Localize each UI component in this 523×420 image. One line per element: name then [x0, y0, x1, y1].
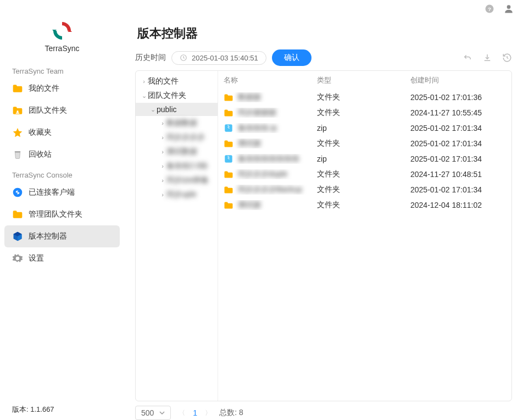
brand: TerraSync [4, 18, 120, 62]
download-icon[interactable] [482, 53, 492, 63]
col-type-header[interactable]: 类型 [317, 75, 410, 85]
file-header: 名称 类型 创建时间 [218, 71, 511, 90]
page-current[interactable]: 1 [193, 408, 197, 417]
gear-icon [12, 253, 23, 264]
nav-item-trash[interactable]: 回收站 [4, 143, 120, 165]
tree-label: 同步步步步 [166, 132, 205, 142]
section-label: TerraSync Team [4, 62, 120, 78]
nav-item-favorites[interactable]: 收藏夹 [4, 121, 120, 143]
folder-icon [12, 209, 23, 220]
tree-label: 数据数据 [166, 118, 197, 128]
file-type: zip [317, 124, 410, 132]
file-row[interactable]: 同步步步duple文件夹2024-11-27 10:48:51 [218, 167, 511, 182]
chevron-icon: › [140, 78, 148, 85]
total-count: 总数: 8 [219, 408, 243, 418]
chevron-down-icon [159, 410, 165, 416]
sidebar: TerraSync TerraSync Team我的文件团队文件夹收藏夹回收站T… [0, 18, 124, 420]
file-row[interactable]: 同步据据据文件夹2024-11-27 10:55:45 [218, 105, 511, 120]
nav-item-settings[interactable]: 设置 [4, 247, 120, 269]
tree-node[interactable]: ›同步izedB备 [136, 173, 218, 187]
datetime-value: 2025-01-03 15:40:51 [192, 54, 258, 62]
history-icon[interactable] [502, 53, 512, 63]
chevron-icon: ⌄ [140, 92, 148, 100]
svg-rect-14 [229, 157, 230, 158]
file-icon [224, 93, 233, 102]
page-title: 版本控制器 [135, 18, 512, 49]
file-type: zip [317, 154, 410, 163]
file-created: 2025-01-02 17:01:34 [410, 185, 506, 194]
folder-shared-icon [12, 105, 23, 116]
tree-label: 同步uple [166, 190, 196, 200]
nav-item-version-control[interactable]: 版本控制器 [4, 225, 120, 247]
file-list: 名称 类型 创建时间 数据据文件夹2025-01-02 17:01:36同步据据… [218, 71, 511, 401]
nav-item-label: 设置 [29, 253, 44, 263]
page-size-select[interactable]: 500 [135, 406, 171, 420]
file-row[interactable]: 备份份份份份份份zip2025-01-02 17:01:34 [218, 151, 511, 167]
svg-rect-15 [228, 158, 229, 159]
clock-icon [180, 54, 187, 62]
tree-node[interactable]: ⌄public [136, 103, 218, 116]
user-icon[interactable] [503, 3, 514, 14]
chevron-icon: ⌄ [149, 106, 157, 113]
svg-rect-16 [229, 158, 230, 159]
file-name: 数据据 [238, 92, 261, 102]
file-type: 文件夹 [317, 200, 410, 210]
datetime-input[interactable]: 2025-01-03 15:40:51 [171, 51, 266, 65]
tree-node[interactable]: ›备份份2.0份 [136, 159, 218, 173]
chevron-icon: › [159, 148, 166, 155]
file-name: 同步据据据 [238, 108, 276, 118]
file-row[interactable]: 备份份份.ipzip2025-01-02 17:01:34 [218, 120, 511, 136]
tree-node[interactable]: ›我的文件 [136, 74, 218, 89]
nav-item-manage-team[interactable]: 管理团队文件夹 [4, 203, 120, 225]
nav-item-label: 管理团队文件夹 [29, 209, 82, 219]
col-name-header[interactable]: 名称 [224, 75, 317, 85]
file-name: 备份份份.ip [238, 123, 277, 133]
file-icon [224, 170, 233, 179]
chevron-icon: › [159, 191, 166, 198]
svg-rect-10 [228, 127, 229, 128]
tree-node[interactable]: ›数据数据 [136, 116, 218, 130]
nav-item-team-folders[interactable]: 团队文件夹 [4, 100, 120, 121]
section-label: TerraSync Console [4, 165, 120, 181]
chevron-icon: › [159, 120, 166, 126]
tree-node[interactable]: ›同步uple [136, 187, 218, 202]
file-row[interactable]: 同步步步步Backup文件夹2025-01-02 17:01:34 [218, 182, 511, 197]
file-icon [224, 201, 233, 209]
brand-label: TerraSync [44, 44, 79, 53]
toolbar: 历史时间 2025-01-03 15:40:51 确认 [135, 49, 512, 70]
help-icon[interactable]: ? [485, 4, 494, 14]
file-created: 2024-12-04 18:11:02 [410, 201, 506, 209]
confirm-button[interactable]: 确认 [272, 49, 311, 66]
prev-page[interactable]: 〈 [179, 408, 185, 418]
file-created: 2025-01-02 17:01:34 [410, 139, 506, 148]
file-row[interactable]: 测试据文件夹2024-12-04 18:11:02 [218, 197, 511, 213]
tree-label: 我的文件 [148, 76, 179, 86]
folder-tree: ›我的文件⌄团队文件夹⌄public›数据数据›同步步步步›测试数据›备份份2.… [136, 71, 218, 401]
pager: 500 〈 1 〉 总数: 8 [135, 401, 512, 420]
file-row[interactable]: 数据据文件夹2025-01-02 17:01:36 [218, 90, 511, 105]
file-name: 备份份份份份份份 [238, 154, 299, 164]
file-row[interactable]: 测试据文件夹2025-01-02 17:01:34 [218, 136, 511, 151]
file-created: 2025-01-02 17:01:34 [410, 154, 506, 163]
file-created: 2024-11-27 10:55:45 [410, 108, 506, 117]
cube-icon [12, 231, 23, 242]
tree-node[interactable]: ›同步步步步 [136, 130, 218, 145]
file-created: 2024-11-27 10:48:51 [410, 170, 506, 179]
tree-node[interactable]: ›测试数据 [136, 145, 218, 159]
folder-icon [12, 83, 23, 94]
file-name: 同步步步步Backup [238, 185, 302, 195]
tree-label: 测试数据 [166, 147, 197, 157]
nav-item-clients[interactable]: 已连接客户端 [4, 181, 120, 203]
tree-node[interactable]: ⌄团队文件夹 [136, 89, 218, 103]
nav-item-my-files[interactable]: 我的文件 [4, 78, 120, 100]
nav-item-label: 团队文件夹 [29, 106, 67, 115]
svg-rect-4 [15, 151, 21, 152]
col-created-header[interactable]: 创建时间 [410, 75, 506, 85]
chevron-icon: › [159, 163, 166, 169]
tree-label: 备份份2.0份 [166, 161, 208, 171]
next-page[interactable]: 〉 [205, 408, 212, 418]
tree-label: public [157, 105, 177, 114]
undo-icon[interactable] [463, 53, 472, 63]
nav-item-label: 收藏夹 [29, 128, 52, 137]
svg-point-3 [16, 110, 18, 112]
